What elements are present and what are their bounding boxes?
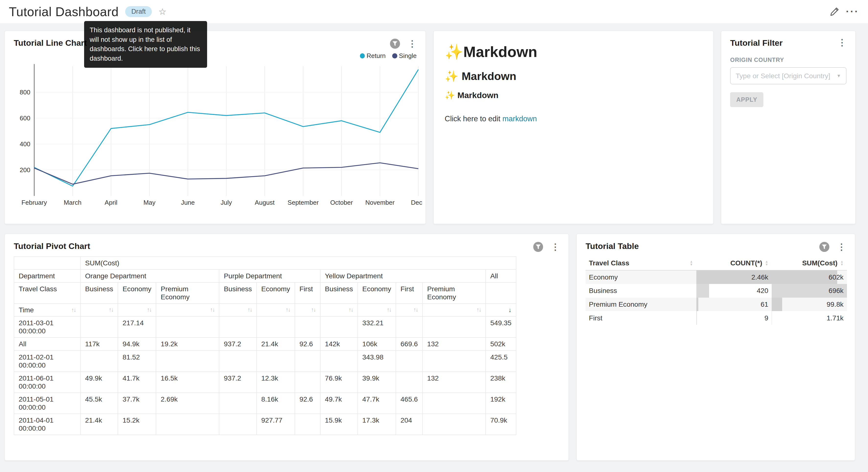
sum-cost-cell: 602k	[772, 270, 847, 284]
pivot-class-header: Business	[219, 283, 256, 303]
column-header-sum-cost[interactable]: SUM(Cost)▲▼	[772, 256, 847, 270]
column-header-travel-class[interactable]: Travel Class▲▼	[586, 256, 696, 270]
pivot-sort-cell[interactable]: ↑↓	[81, 303, 118, 317]
pivot-value-cell: 465.6	[396, 393, 423, 414]
origin-country-select[interactable]: Type or Select [Origin Country] ▼	[730, 67, 846, 84]
pivot-chart-title[interactable]: Tutorial Pivot Chart	[14, 241, 90, 251]
count-cell: 2.46k	[696, 270, 772, 284]
pivot-value-cell: 12.3k	[256, 372, 294, 393]
pivot-sort-cell[interactable]: ↑↓	[295, 303, 320, 317]
pivot-value-cell: 19.2k	[156, 337, 219, 350]
favorite-star-icon[interactable]: ☆	[158, 6, 166, 17]
filter-card-title: Tutorial Filter	[730, 38, 782, 48]
svg-text:March: March	[64, 199, 82, 206]
pivot-class-header: Premium Economy	[156, 283, 219, 303]
pivot-row: All117k94.9k19.2k937.221.4k92.6142k106k6…	[14, 337, 516, 350]
dashboard-grid: Tutorial Line Chart ⋮ ReturnSingle 20040…	[0, 23, 868, 461]
pivot-value-cell	[219, 393, 256, 414]
pivot-chart-menu-icon[interactable]: ⋮	[550, 243, 561, 251]
pivot-value-cell	[396, 350, 423, 372]
pivot-time-header[interactable]: Time↑↓	[14, 303, 81, 317]
sort-toggle-icon[interactable]: ↑↓	[210, 307, 214, 313]
sort-toggle-icon[interactable]: ↑↓	[413, 307, 418, 313]
table-row[interactable]: Economy2.46k602k	[586, 270, 847, 284]
svg-text:November: November	[365, 199, 395, 206]
legend-item-return[interactable]: Return	[360, 51, 385, 61]
count-cell: 61	[696, 298, 772, 311]
markdown-heading-2: ✨ Markdown	[445, 70, 702, 83]
edit-dashboard-icon[interactable]	[830, 7, 839, 16]
sort-toggle-icon[interactable]: ↑↓	[286, 307, 290, 313]
column-header-count[interactable]: COUNT(*)▲▼	[696, 256, 772, 270]
origin-country-label: ORIGIN COUNTRY	[730, 57, 846, 63]
filter-indicator-icon[interactable]	[390, 39, 400, 49]
sort-toggle-icon[interactable]: ↑↓	[476, 307, 481, 313]
pivot-sort-cell[interactable]: ↓	[486, 303, 516, 317]
pivot-value-cell: 47.7k	[358, 393, 396, 414]
pivot-value-cell	[156, 414, 219, 435]
line-chart-menu-icon[interactable]: ⋮	[407, 40, 417, 48]
sort-toggle-icon[interactable]: ↑↓	[109, 307, 113, 313]
pivot-value-cell: 76.9k	[320, 372, 358, 393]
pivot-value-cell	[423, 317, 486, 337]
pivot-value-cell	[423, 414, 486, 435]
sort-toggle-icon[interactable]: ↑↓	[71, 307, 76, 313]
pivot-value-cell	[81, 350, 118, 372]
table-row[interactable]: Premium Economy6199.8k	[586, 298, 847, 311]
pivot-sort-cell[interactable]: ↑↓	[156, 303, 219, 317]
markdown-body[interactable]: ✨Markdown ✨ Markdown ✨ Markdown Click he…	[434, 31, 713, 135]
pivot-value-cell: 927.77	[256, 414, 294, 435]
sort-desc-icon[interactable]: ↓	[508, 306, 511, 314]
pivot-sort-cell[interactable]: ↑↓	[423, 303, 486, 317]
table-row[interactable]: First91.71k	[586, 311, 847, 325]
pivot-sort-cell[interactable]: ↑↓	[320, 303, 358, 317]
apply-button[interactable]: APPLY	[730, 92, 763, 107]
pivot-class-row: Travel ClassBusinessEconomyPremium Econo…	[14, 283, 516, 303]
sort-toggle-icon[interactable]: ↑↓	[387, 307, 391, 313]
svg-text:August: August	[255, 199, 275, 206]
tutorial-table: Travel Class▲▼COUNT(*)▲▼SUM(Cost)▲▼Econo…	[586, 256, 847, 325]
sort-toggle-icon[interactable]: ↑↓	[147, 307, 151, 313]
legend-item-single[interactable]: Single	[392, 51, 416, 61]
svg-text:400: 400	[20, 140, 30, 148]
count-cell: 420	[696, 284, 772, 298]
pivot-row-header: 2011-03-01 00:00:00	[14, 317, 81, 337]
pivot-row-header: 2011-02-01 00:00:00	[14, 350, 81, 372]
table-card-title[interactable]: Tutorial Table	[586, 241, 639, 251]
row-bottom: Tutorial Pivot Chart ⋮ SUM(Cost)Departme…	[4, 234, 856, 461]
header-more-icon[interactable]: ···	[846, 9, 859, 14]
filter-indicator-icon[interactable]	[533, 242, 543, 252]
pivot-value-cell	[320, 350, 358, 372]
table-row[interactable]: Business420696k	[586, 284, 847, 298]
filter-card-menu-icon[interactable]: ⋮	[836, 39, 847, 47]
markdown-edit-link[interactable]: markdown	[502, 114, 537, 123]
sort-toggle-icon[interactable]: ↑↓	[349, 307, 353, 313]
pivot-row: 2011-05-01 00:00:0045.5k37.7k2.69k8.16k9…	[14, 393, 516, 414]
draft-badge[interactable]: Draft	[125, 6, 152, 17]
pivot-row: 2011-04-01 00:00:0021.4k15.2k927.7715.9k…	[14, 414, 516, 435]
pivot-sort-cell[interactable]: ↑↓	[358, 303, 396, 317]
pivot-sort-cell[interactable]: ↑↓	[256, 303, 294, 317]
pivot-value-cell: 117k	[81, 337, 118, 350]
pivot-sort-cell[interactable]: ↑↓	[396, 303, 423, 317]
line-chart-title[interactable]: Tutorial Line Chart	[14, 38, 87, 48]
svg-text:June: June	[181, 199, 195, 206]
svg-text:200: 200	[20, 166, 30, 174]
pivot-value-cell: 92.6	[295, 393, 320, 414]
pivot-value-cell: 39.9k	[358, 372, 396, 393]
pivot-value-cell	[156, 317, 219, 337]
svg-text:February: February	[22, 199, 47, 206]
filter-indicator-icon[interactable]	[819, 242, 829, 252]
pivot-value-cell: 37.7k	[118, 393, 156, 414]
pivot-value-cell: 49.9k	[81, 372, 118, 393]
sort-toggle-icon[interactable]: ↑↓	[311, 307, 315, 313]
pivot-sort-cell[interactable]: ↑↓	[219, 303, 256, 317]
legend-label: Return	[367, 52, 385, 60]
table-card-menu-icon[interactable]: ⋮	[836, 243, 847, 251]
sort-toggle-icon[interactable]: ↑↓	[247, 307, 252, 313]
sort-caret-icon: ▲▼	[690, 260, 693, 266]
pivot-sort-cell[interactable]: ↑↓	[118, 303, 156, 317]
pivot-value-cell: 502k	[486, 337, 516, 350]
pivot-value-cell	[423, 393, 486, 414]
pivot-value-cell: 332.21	[358, 317, 396, 337]
